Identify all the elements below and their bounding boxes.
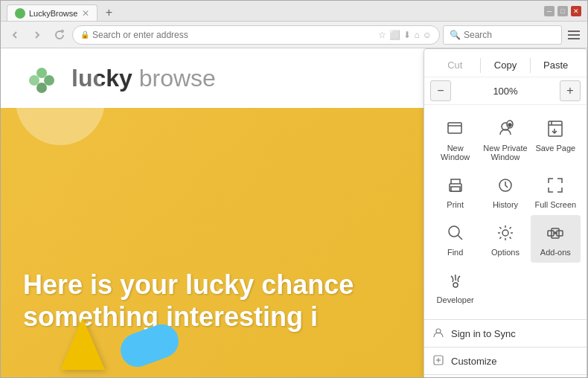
add-ons-label: Add-ons [540, 248, 571, 257]
developer-item[interactable]: Developer [430, 263, 480, 310]
svg-rect-20 [557, 231, 563, 236]
full-screen-item[interactable]: Full Screen [531, 167, 581, 215]
sign-in-label: Sign in to Sync [451, 328, 516, 339]
page-content: lucky browse Here is your lucky chance s… [1, 48, 587, 377]
save-page-icon [543, 117, 567, 141]
browser-window: LuckyBrowse ✕ + ─ □ ✕ 🔒 ☆ [0, 0, 588, 378]
lock-icon: 🔒 [80, 31, 89, 39]
minimize-button[interactable]: ─ [544, 6, 555, 16]
history-item[interactable]: History [480, 167, 530, 215]
new-window-item[interactable]: New Window [430, 111, 480, 167]
back-icon [9, 29, 21, 41]
find-icon [444, 221, 467, 245]
search-bar[interactable]: 🔍 [443, 25, 562, 45]
brand-browse: browse [139, 65, 216, 92]
hamburger-icon [568, 31, 580, 39]
zoom-out-button[interactable]: − [430, 80, 451, 101]
zoom-row: − 100% + [424, 77, 587, 105]
history-label: History [493, 200, 518, 209]
back-button[interactable] [5, 25, 25, 45]
sign-in-row[interactable]: Sign in to Sync [424, 323, 587, 344]
add-ons-item[interactable]: Add-ons [531, 215, 581, 263]
options-label: Options [491, 248, 520, 257]
tab-bar: LuckyBrowse ✕ + [7, 1, 538, 21]
menu-separator-3 [424, 374, 587, 375]
history-icon [493, 173, 517, 197]
tab-favicon [15, 8, 25, 19]
print-icon [444, 173, 467, 197]
customize-row[interactable]: Customize [424, 350, 587, 371]
svg-point-16 [449, 226, 459, 237]
close-button[interactable]: ✕ [571, 6, 581, 16]
new-tab-icon: + [106, 6, 112, 19]
svg-rect-4 [448, 123, 461, 133]
menu-separator-2 [424, 347, 587, 347]
tab-close-button[interactable]: ✕ [82, 8, 89, 19]
svg-rect-19 [548, 231, 554, 236]
find-label: Find [447, 248, 463, 257]
pocket-icon[interactable]: ⬜ [389, 30, 400, 40]
active-tab[interactable]: LuckyBrowse ✕ [7, 4, 98, 21]
copy-button[interactable]: Copy [481, 57, 531, 74]
menu-button[interactable] [565, 26, 583, 44]
sign-in-icon [433, 327, 445, 339]
full-screen-label: Full Screen [535, 200, 577, 209]
developer-label: Developer [437, 295, 474, 304]
new-private-window-item[interactable]: New Private Window [480, 111, 530, 167]
customize-label: Customize [451, 356, 496, 367]
new-private-window-label: New Private Window [483, 144, 527, 161]
address-bar[interactable]: 🔒 ☆ ⬜ ⬇ ⌂ ☺ [72, 25, 440, 45]
forward-icon [31, 29, 43, 41]
svg-point-18 [502, 230, 508, 236]
hero-line1: Here is your lucky chance [23, 269, 354, 301]
new-window-icon [444, 117, 467, 141]
dropdown-menu: Cut Copy Paste − 100% + [424, 48, 587, 377]
menu-separator-1 [424, 319, 587, 320]
maximize-button[interactable]: □ [557, 6, 568, 16]
download-icon[interactable]: ⬇ [403, 30, 411, 40]
menu-grid: New Window New Private Window [424, 105, 587, 316]
address-input[interactable] [92, 30, 378, 40]
svg-rect-9 [549, 121, 562, 136]
svg-point-24 [453, 283, 458, 287]
svg-line-17 [458, 235, 462, 240]
reload-button[interactable] [50, 25, 69, 45]
options-icon [493, 221, 517, 245]
customize-icon [433, 355, 445, 367]
find-item[interactable]: Find [430, 215, 480, 263]
new-window-label: New Window [433, 144, 477, 161]
tab-title: LuckyBrowse [29, 9, 77, 18]
new-tab-button[interactable]: + [100, 4, 117, 21]
zoom-level: 100% [451, 86, 560, 97]
add-ons-icon [543, 221, 567, 245]
reload-icon [54, 29, 65, 41]
title-bar: LuckyBrowse ✕ + ─ □ ✕ [1, 1, 587, 22]
navigation-bar: 🔒 ☆ ⬜ ⬇ ⌂ ☺ 🔍 [1, 22, 587, 48]
save-page-label: Save Page [535, 144, 575, 153]
paste-button[interactable]: Paste [531, 57, 581, 74]
cone-shape [60, 318, 105, 370]
zoom-in-button[interactable]: + [560, 80, 581, 101]
developer-icon [444, 269, 467, 292]
svg-point-8 [508, 124, 511, 126]
profile-icon[interactable]: ☺ [423, 30, 432, 40]
print-item[interactable]: Print [430, 167, 480, 215]
edit-row: Cut Copy Paste [424, 54, 587, 77]
cut-button[interactable]: Cut [430, 57, 480, 74]
new-private-window-icon [493, 117, 517, 141]
save-page-item[interactable]: Save Page [531, 111, 581, 167]
svg-rect-14 [451, 187, 460, 191]
home-icon[interactable]: ⌂ [414, 30, 419, 40]
full-screen-icon [543, 173, 567, 197]
print-label: Print [447, 200, 464, 209]
forward-button[interactable] [28, 25, 47, 45]
address-bar-icons: ☆ ⬜ ⬇ ⌂ ☺ [378, 30, 432, 40]
decorative-circle [16, 56, 105, 145]
search-icon: 🔍 [450, 30, 461, 40]
bookmark-icon[interactable]: ☆ [378, 30, 386, 40]
window-controls: ─ □ ✕ [544, 6, 581, 16]
options-item[interactable]: Options [480, 215, 530, 263]
search-input[interactable] [464, 30, 575, 40]
